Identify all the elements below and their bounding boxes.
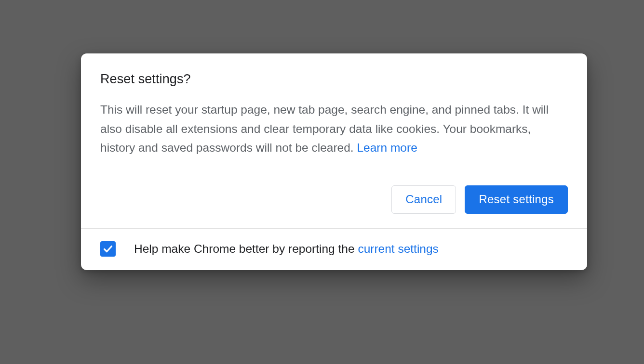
dialog-description-text: This will reset your startup page, new t…	[100, 103, 549, 154]
dialog-title: Reset settings?	[100, 72, 568, 87]
current-settings-link[interactable]: current settings	[358, 242, 439, 255]
cancel-button[interactable]: Cancel	[391, 185, 456, 214]
check-icon	[102, 243, 114, 255]
footer-text: Help make Chrome better by reporting the…	[134, 242, 439, 256]
dialog-body: Reset settings? This will reset your sta…	[81, 53, 587, 228]
reset-settings-button[interactable]: Reset settings	[465, 185, 568, 214]
reset-settings-dialog: Reset settings? This will reset your sta…	[81, 53, 587, 270]
learn-more-link[interactable]: Learn more	[357, 141, 417, 154]
report-settings-checkbox[interactable]	[100, 241, 116, 257]
dialog-description: This will reset your startup page, new t…	[100, 100, 568, 157]
dialog-footer: Help make Chrome better by reporting the…	[81, 228, 587, 270]
footer-text-prefix: Help make Chrome better by reporting the	[134, 242, 358, 255]
dialog-actions: Cancel Reset settings	[100, 185, 568, 214]
